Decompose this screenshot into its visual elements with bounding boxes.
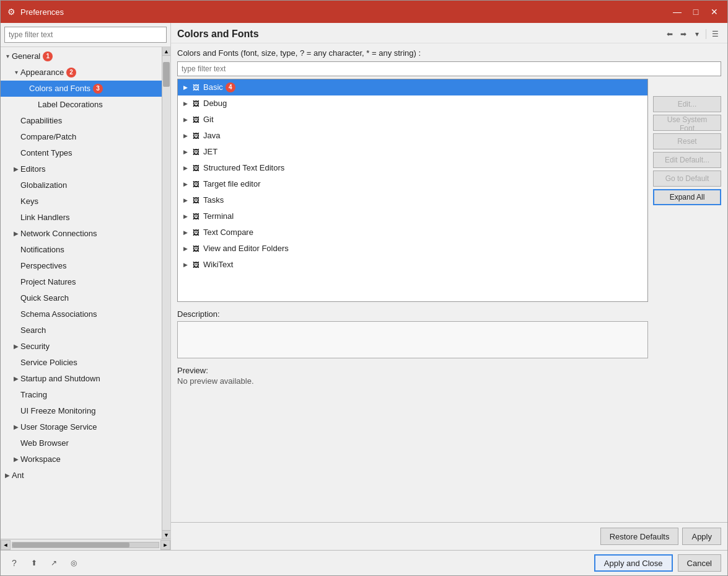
cat-icon-git: 🖼 bbox=[191, 115, 201, 125]
cat-item-structured-text[interactable]: ▶ 🖼 Structured Text Editors bbox=[178, 160, 647, 176]
sidebar-item-network-connections[interactable]: ▶ Network Connections bbox=[1, 226, 162, 242]
cat-item-text-compare[interactable]: ▶ 🖼 Text Compare bbox=[178, 224, 647, 241]
sidebar-item-perspectives[interactable]: Perspectives bbox=[1, 258, 162, 274]
app-icon: ⚙ bbox=[6, 6, 17, 17]
sidebar-item-user-storage[interactable]: ▶ User Storage Service bbox=[1, 419, 162, 435]
sidebar-item-security[interactable]: ▶ Security bbox=[1, 339, 162, 355]
expand-all-button[interactable]: Expand All bbox=[653, 189, 721, 205]
cat-label-tasks: Tasks bbox=[203, 193, 224, 207]
sidebar-item-web-browser[interactable]: Web Browser bbox=[1, 435, 162, 451]
edit-default-button[interactable]: Edit Default... bbox=[653, 152, 721, 168]
settings-button[interactable]: ◎ bbox=[66, 556, 81, 570]
sidebar-item-notifications[interactable]: Notifications bbox=[1, 242, 162, 258]
cat-item-wikitext[interactable]: ▶ 🖼 WikiText bbox=[178, 257, 647, 273]
sidebar-item-ant[interactable]: ▶ Ant bbox=[1, 467, 162, 484]
cat-label-java: Java bbox=[203, 129, 220, 143]
toolbar-back-btn[interactable]: ⬅ bbox=[664, 28, 676, 40]
sidebar-item-startup-shutdown[interactable]: ▶ Startup and Shutdown bbox=[1, 371, 162, 387]
cat-expander-terminal: ▶ bbox=[182, 210, 189, 223]
expander-user-storage: ▶ bbox=[12, 423, 20, 432]
sidebar-item-project-natures[interactable]: Project Natures bbox=[1, 274, 162, 290]
sidebar-item-schema-associations[interactable]: Schema Associations bbox=[1, 306, 162, 322]
scroll-up-btn[interactable]: ▲ bbox=[162, 47, 170, 56]
hscroll-track bbox=[12, 542, 159, 548]
sidebar-item-capabilities[interactable]: Capabilities bbox=[1, 113, 162, 129]
import-button[interactable]: ⬆ bbox=[27, 556, 42, 570]
sidebar-label-capabilities: Capabilities bbox=[20, 115, 62, 127]
sidebar-filter-wrap bbox=[1, 23, 170, 47]
sidebar-filter-input[interactable] bbox=[4, 27, 167, 43]
expander-ant: ▶ bbox=[3, 471, 12, 480]
sidebar-item-keys[interactable]: Keys bbox=[1, 193, 162, 210]
close-button[interactable]: ✕ bbox=[706, 5, 722, 19]
scroll-down-btn[interactable]: ▼ bbox=[162, 530, 170, 539]
go-to-default-button[interactable]: Go to Default bbox=[653, 171, 721, 187]
hscroll-left-btn[interactable]: ◄ bbox=[1, 540, 11, 550]
sidebar-label-tracing: Tracing bbox=[20, 389, 47, 401]
export-button[interactable]: ↗ bbox=[46, 556, 61, 570]
sidebar-item-appearance[interactable]: ▾ Appearance 2 bbox=[1, 64, 162, 81]
reset-button[interactable]: Reset bbox=[653, 133, 721, 149]
sidebar-label-colors-fonts: Colors and Fonts bbox=[29, 82, 90, 95]
cat-item-java[interactable]: ▶ 🖼 Java bbox=[178, 128, 647, 144]
help-button[interactable]: ? bbox=[7, 556, 22, 570]
cat-item-basic[interactable]: ▶ 🖼 Basic 4 bbox=[178, 79, 647, 95]
restore-defaults-button[interactable]: Restore Defaults bbox=[600, 528, 679, 545]
cat-item-tasks[interactable]: ▶ 🖼 Tasks bbox=[178, 192, 647, 208]
category-filter-input[interactable] bbox=[177, 61, 721, 76]
sidebar-item-globalization[interactable]: Globalization bbox=[1, 177, 162, 193]
cat-label-target-file-editor: Target file editor bbox=[203, 177, 261, 191]
cat-item-terminal[interactable]: ▶ 🖼 Terminal bbox=[178, 208, 647, 224]
scroll-thumb[interactable] bbox=[163, 62, 170, 87]
category-tree[interactable]: ▶ 🖼 Basic 4 ▶ 🖼 Debug bbox=[177, 79, 648, 302]
sidebar-item-compare-patch[interactable]: Compare/Patch bbox=[1, 129, 162, 145]
sidebar-item-colors-fonts[interactable]: Colors and Fonts 3 bbox=[1, 81, 162, 97]
expander-perspectives bbox=[12, 262, 20, 270]
toolbar-dropdown-btn[interactable]: ▾ bbox=[691, 28, 703, 40]
cat-expander-tasks: ▶ bbox=[182, 193, 189, 207]
minimize-button[interactable]: — bbox=[669, 5, 685, 19]
sidebar-label-globalization: Globalization bbox=[20, 179, 67, 192]
sidebar-item-service-policies[interactable]: Service Policies bbox=[1, 355, 162, 371]
badge-appearance: 2 bbox=[66, 68, 76, 78]
cat-item-view-editor-folders[interactable]: ▶ 🖼 View and Editor Folders bbox=[178, 241, 647, 257]
cancel-button[interactable]: Cancel bbox=[678, 554, 721, 572]
toolbar-menu-btn[interactable]: ☰ bbox=[709, 28, 721, 40]
apply-button[interactable]: Apply bbox=[682, 528, 721, 545]
sidebar-item-link-handlers[interactable]: Link Handlers bbox=[1, 210, 162, 226]
sidebar-item-workspace[interactable]: ▶ Workspace bbox=[1, 451, 162, 467]
sidebar-item-ui-freeze[interactable]: UI Freeze Monitoring bbox=[1, 403, 162, 419]
cat-expander-git: ▶ bbox=[182, 113, 189, 126]
panel-description-text: Colors and Fonts (font, size, type, ? = … bbox=[177, 48, 721, 58]
sidebar-label-startup-shutdown: Startup and Shutdown bbox=[20, 373, 100, 385]
hscroll-right-btn[interactable]: ► bbox=[160, 540, 170, 550]
cat-label-text-compare: Text Compare bbox=[203, 226, 253, 239]
toolbar-forward-btn[interactable]: ➡ bbox=[677, 28, 690, 40]
cat-icon-tasks: 🖼 bbox=[191, 195, 201, 205]
description-label: Description: bbox=[177, 309, 648, 319]
cat-expander-debug: ▶ bbox=[182, 97, 189, 110]
hscroll-thumb[interactable] bbox=[12, 543, 129, 547]
sidebar-label-service-policies: Service Policies bbox=[20, 357, 77, 369]
sidebar-item-tracing[interactable]: Tracing bbox=[1, 387, 162, 403]
maximize-button[interactable]: □ bbox=[688, 5, 704, 19]
sidebar-item-quick-search[interactable]: Quick Search bbox=[1, 290, 162, 306]
cat-item-jet[interactable]: ▶ 🖼 JET bbox=[178, 144, 647, 160]
cat-item-debug[interactable]: ▶ 🖼 Debug bbox=[178, 95, 647, 112]
sidebar-label-project-natures: Project Natures bbox=[20, 276, 76, 288]
cat-item-git[interactable]: ▶ 🖼 Git bbox=[178, 112, 647, 128]
use-system-font-button[interactable]: Use System Font bbox=[653, 115, 721, 131]
sidebar-item-editors[interactable]: ▶ Editors bbox=[1, 161, 162, 177]
apply-and-close-button[interactable]: Apply and Close bbox=[594, 554, 673, 572]
sidebar-item-content-types[interactable]: Content Types bbox=[1, 145, 162, 161]
cat-expander-view-editor-folders: ▶ bbox=[182, 242, 189, 255]
edit-button[interactable]: Edit... bbox=[653, 96, 721, 112]
sidebar-item-search[interactable]: Search bbox=[1, 322, 162, 339]
export-icon: ↗ bbox=[51, 559, 57, 567]
sidebar-scrollbar[interactable]: ▲ ▼ bbox=[162, 47, 170, 539]
cat-item-target-file-editor[interactable]: ▶ 🖼 Target file editor bbox=[178, 176, 647, 192]
sidebar-item-general[interactable]: ▾ General 1 bbox=[1, 48, 162, 64]
cat-label-structured-text: Structured Text Editors bbox=[203, 161, 284, 175]
cat-icon-jet: 🖼 bbox=[191, 147, 201, 157]
sidebar-item-label-decorations[interactable]: Label Decorations bbox=[1, 97, 162, 113]
